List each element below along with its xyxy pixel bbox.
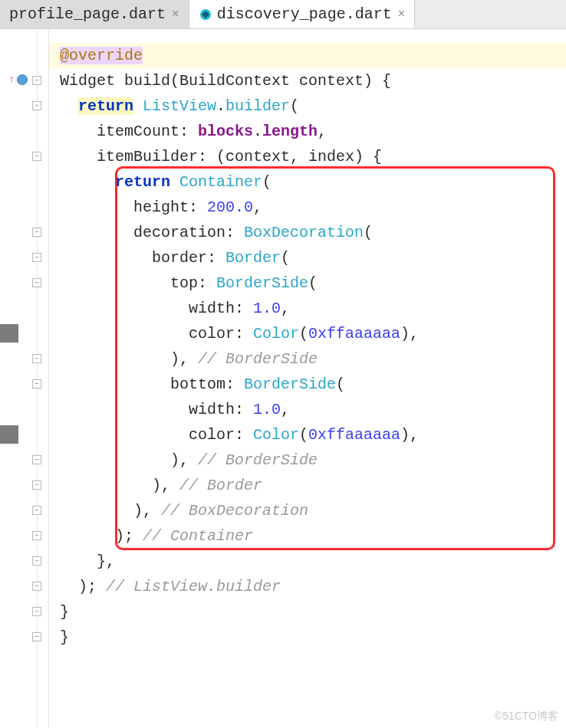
code-line[interactable]: } <box>60 599 566 625</box>
close-icon[interactable]: × <box>397 8 407 21</box>
code-line[interactable]: return Container( <box>60 169 566 195</box>
fold-handle-icon[interactable]: – <box>32 76 41 85</box>
code-line[interactable]: top: BorderSide( <box>60 271 566 296</box>
code-line[interactable]: ); // ListView.builder <box>60 574 566 599</box>
code-line[interactable]: itemCount: blocks.length, <box>60 119 566 144</box>
fold-guide-line <box>37 29 38 728</box>
code-line[interactable]: bottom: BorderSide( <box>60 372 566 397</box>
code-line[interactable]: height: 200.0, <box>60 195 566 220</box>
tab-bar: profile_page.dart × discovery_page.dart … <box>0 0 566 29</box>
fold-handle-icon[interactable]: – <box>32 506 41 515</box>
code-line[interactable]: ), // BoxDecoration <box>60 498 566 523</box>
fold-handle-icon[interactable]: – <box>32 101 41 110</box>
bookmark-marker[interactable] <box>0 324 18 343</box>
tab-label: discovery_page.dart <box>217 5 392 23</box>
code-line[interactable]: border: Border( <box>60 245 566 271</box>
code-line[interactable]: }, <box>60 549 566 574</box>
bookmark-marker[interactable] <box>0 425 18 444</box>
fold-handle-icon[interactable]: – <box>32 531 41 540</box>
code-line[interactable]: return ListView.builder( <box>60 93 566 119</box>
code-line[interactable]: } <box>60 625 566 650</box>
fold-handle-icon[interactable]: – <box>32 632 41 641</box>
code-line[interactable]: itemBuilder: (context, index) { <box>60 144 566 169</box>
fold-handle-icon[interactable]: – <box>32 278 41 287</box>
fold-handle-icon[interactable]: – <box>32 455 41 464</box>
dart-file-icon <box>199 8 212 21</box>
code-line[interactable]: ); // Container <box>60 523 566 549</box>
code-line[interactable]: width: 1.0, <box>60 397 566 422</box>
code-line[interactable]: decoration: BoxDecoration( <box>60 220 566 245</box>
fold-handle-icon[interactable]: – <box>32 152 41 161</box>
code-line[interactable]: width: 1.0, <box>60 296 566 321</box>
watermark: ©51CTO博客 <box>495 710 558 723</box>
fold-handle-icon[interactable]: – <box>32 582 41 591</box>
fold-handle-icon[interactable]: – <box>32 607 41 616</box>
fold-handle-icon[interactable]: – <box>32 379 41 389</box>
gutter: ↑–––––––––––––––– <box>0 29 49 728</box>
override-marker-icon[interactable] <box>17 74 28 85</box>
tab-profile-page[interactable]: profile_page.dart × <box>0 0 189 28</box>
fold-handle-icon[interactable]: – <box>32 253 41 262</box>
fold-handle-icon[interactable]: – <box>32 480 41 490</box>
code-line[interactable]: color: Color(0xffaaaaaa), <box>60 422 566 448</box>
tab-discovery-page[interactable]: discovery_page.dart × <box>189 0 416 28</box>
editor: ↑–––––––––––––––– @overrideWidget build(… <box>0 29 566 728</box>
code-line[interactable]: ), // BorderSide <box>60 346 566 372</box>
fold-handle-icon[interactable]: – <box>32 354 41 363</box>
tab-label: profile_page.dart <box>9 5 166 23</box>
fold-handle-icon[interactable]: – <box>32 556 41 566</box>
close-icon[interactable]: × <box>170 8 181 21</box>
code-line[interactable]: color: Color(0xffaaaaaa), <box>60 321 566 346</box>
code-area[interactable]: @overrideWidget build(BuildContext conte… <box>49 29 566 728</box>
code-line[interactable]: @override <box>60 43 566 68</box>
gutter-arrow-icon[interactable]: ↑ <box>6 74 17 85</box>
code-line[interactable]: ), // BorderSide <box>60 448 566 473</box>
fold-handle-icon[interactable]: – <box>32 228 41 237</box>
code-line[interactable]: Widget build(BuildContext context) { <box>60 68 566 93</box>
code-line[interactable]: ), // Border <box>60 473 566 498</box>
tab-spacer <box>415 0 566 28</box>
